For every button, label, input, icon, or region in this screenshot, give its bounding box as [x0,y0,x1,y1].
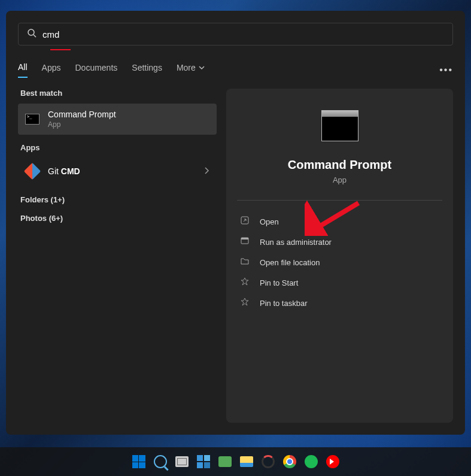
preview-title: Command Prompt [288,158,391,172]
result-title: Git CMD [48,166,203,176]
svg-point-0 [28,29,34,35]
chevron-down-icon [199,65,205,71]
preview-subtitle: App [333,175,347,184]
git-icon [25,164,39,178]
taskbar [0,447,471,476]
search-button[interactable] [152,453,169,470]
folder-icon [241,257,251,268]
photos-link[interactable]: Photos (6+) [18,209,217,228]
action-pin-to-start[interactable]: Pin to Start [237,272,442,293]
action-label: Open [260,217,279,226]
chevron-right-icon [203,166,209,177]
start-button[interactable] [130,453,147,470]
pin-icon [241,298,251,308]
action-label: Open file location [260,258,320,267]
result-git-cmd[interactable]: Git CMD [18,158,217,184]
filter-tabs: All Apps Documents Settings More ••• [18,62,453,78]
admin-icon [241,237,251,247]
search-underline-annotation [50,49,71,50]
tab-settings[interactable]: Settings [132,63,162,77]
action-label: Pin to taskbar [260,299,308,308]
results-list: Best match Command Prompt App Apps Git C… [18,89,217,423]
widgets-button[interactable] [195,453,212,470]
apps-heading: Apps [18,143,217,152]
best-match-heading: Best match [18,89,217,98]
tab-all[interactable]: All [18,62,28,78]
result-title: Command Prompt [48,110,209,119]
open-icon [241,216,251,227]
app-icon[interactable] [260,453,276,470]
folders-link[interactable]: Folders (1+) [18,190,217,209]
action-open-file-location[interactable]: Open file location [237,252,442,272]
annotation-arrow [305,200,364,236]
pin-icon [241,277,251,288]
command-prompt-preview-icon [321,110,358,141]
action-label: Pin to Start [260,278,298,287]
more-options-button[interactable]: ••• [439,65,453,75]
tab-more[interactable]: More [177,63,205,77]
file-explorer-button[interactable] [238,453,255,470]
result-command-prompt[interactable]: Command Prompt App [18,104,217,135]
search-box[interactable] [18,23,453,46]
chrome-button[interactable] [281,453,298,470]
start-search-panel: All Apps Documents Settings More ••• Bes… [6,11,465,435]
search-icon [27,28,37,40]
svg-rect-4 [241,238,248,239]
chat-button[interactable] [217,453,233,470]
tab-documents[interactable]: Documents [75,63,117,77]
command-prompt-icon [25,112,39,126]
result-subtitle: App [48,120,209,129]
action-pin-to-taskbar[interactable]: Pin to taskbar [237,293,442,313]
tab-apps[interactable]: Apps [42,63,61,77]
task-view-button[interactable] [174,453,190,470]
action-label: Run as administrator [260,238,332,247]
search-input[interactable] [42,29,444,40]
spotify-button[interactable] [303,453,320,470]
svg-line-5 [314,203,358,230]
youtube-music-button[interactable] [324,453,341,470]
preview-panel: Command Prompt App Open Run as administr… [226,89,453,423]
svg-line-1 [34,35,36,37]
tab-more-label: More [177,63,196,72]
